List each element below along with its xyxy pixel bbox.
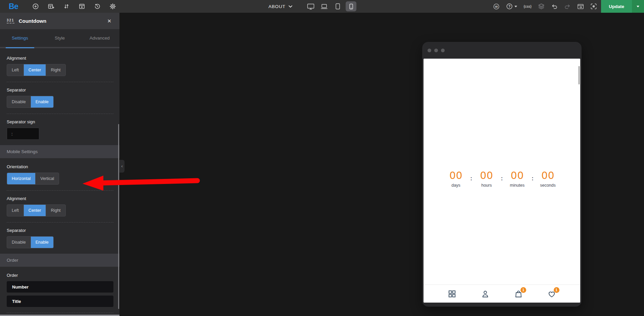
countdown-minutes-unit: 00 minutes (506, 171, 528, 188)
mobile-alignment-center-button[interactable]: Center (24, 205, 46, 216)
divider (7, 190, 113, 191)
svg-text:W: W (495, 5, 498, 8)
cart-badge: 1 (521, 287, 526, 293)
section-import-icon[interactable] (79, 3, 85, 10)
hours-value: 00 (476, 171, 497, 181)
separator-sign-input[interactable] (7, 128, 39, 140)
orientation-vertical-button[interactable]: Vertical (36, 173, 59, 184)
mobile-separator-enable-button[interactable]: Enable (31, 237, 53, 248)
panel-body: Alignment Left Center Right Separator Di… (0, 50, 119, 316)
divider (7, 222, 113, 223)
panel-header: 321 Countdown ✕ (0, 13, 119, 29)
tab-advanced[interactable]: Advanced (80, 29, 119, 47)
seconds-value: 00 (537, 171, 558, 181)
panel-title: Countdown (19, 18, 106, 24)
panel-collapse-button[interactable]: ‹ (119, 160, 125, 173)
panel-scrollbar[interactable] (118, 124, 119, 309)
countdown-seconds-unit: 00 seconds (537, 171, 558, 188)
countdown-widget[interactable]: 00 days : 00 hours : 00 minutes : (445, 171, 559, 188)
order-item-title[interactable]: Title (7, 296, 113, 307)
nav-wishlist-icon[interactable]: 1 (547, 290, 556, 298)
days-value: 00 (445, 171, 467, 181)
preview-icon[interactable] (590, 3, 597, 10)
countdown-element-icon: 321 (7, 18, 14, 23)
page-selector-label: ABOUT (268, 4, 286, 9)
undo-icon[interactable] (551, 3, 558, 10)
page-selector[interactable]: ABOUT (268, 0, 292, 13)
device-tablet-icon[interactable] (332, 1, 343, 11)
phone-frame-top (422, 42, 582, 59)
help-menu[interactable]: ? (506, 3, 517, 10)
close-icon[interactable]: ✕ (106, 17, 113, 25)
separator-enable-button[interactable]: Enable (31, 96, 53, 108)
wordpress-icon[interactable]: W (493, 3, 500, 10)
update-options-button[interactable] (632, 0, 644, 13)
orientation-label: Orientation (7, 164, 113, 169)
phone-screen: 00 days : 00 hours : 00 minutes : (424, 59, 580, 303)
builder-tools (32, 0, 116, 13)
nav-account-icon[interactable] (481, 290, 490, 298)
minutes-value: 00 (506, 171, 528, 181)
redo-icon[interactable] (564, 3, 571, 10)
mobile-separator-disable-button[interactable]: Disable (7, 237, 31, 248)
top-toolbar: Be (0, 0, 644, 13)
frame-dot-icon (441, 49, 445, 52)
panel-bottom-strip (0, 315, 119, 316)
betheme-logo[interactable]: Be (9, 0, 18, 13)
update-split-button: Update (601, 0, 644, 13)
nav-shop-grid-icon[interactable] (448, 290, 456, 298)
device-mobile-icon[interactable] (346, 1, 356, 11)
separator-button-group: Disable Enable (7, 96, 54, 108)
tab-settings[interactable]: Settings (0, 29, 40, 47)
order-item-number[interactable]: Number (7, 281, 113, 293)
revisions-history-icon[interactable] (94, 3, 101, 10)
mobile-preview-frame: 00 days : 00 hours : 00 minutes : (422, 42, 582, 307)
alignment-center-button[interactable]: Center (24, 64, 46, 76)
alignment-label: Alignment (7, 56, 113, 61)
divider (7, 313, 113, 313)
open-frontend-icon[interactable] (577, 3, 584, 10)
frame-dot-icon (428, 49, 431, 52)
order-label: Order (7, 273, 113, 278)
order-section-header: Order (0, 254, 119, 267)
mobile-settings-section-header: Mobile Settings (0, 145, 119, 158)
builder-settings-gear-icon[interactable] (109, 3, 116, 10)
minutes-label: minutes (506, 183, 528, 188)
mobile-alignment-button-group: Left Center Right (7, 204, 66, 216)
update-button[interactable]: Update (601, 0, 632, 13)
page-content-area[interactable]: 00 days : 00 hours : 00 minutes : (424, 59, 580, 285)
reorder-sections-icon[interactable] (63, 3, 70, 10)
mobile-separator-button-group: Disable Enable (7, 236, 54, 248)
countdown-days-unit: 00 days (445, 171, 467, 188)
seconds-label: seconds (537, 183, 558, 188)
days-label: days (445, 183, 467, 188)
hours-label: hours (476, 183, 497, 188)
help-caret-icon (514, 6, 517, 7)
page-scrollbar[interactable] (579, 66, 580, 84)
mobile-alignment-left-button[interactable]: Left (7, 205, 24, 216)
frame-dot-icon (434, 49, 438, 52)
layers-icon[interactable] (538, 3, 545, 10)
separator-label: Separator (7, 87, 113, 92)
mobile-alignment-right-button[interactable]: Right (46, 205, 65, 216)
separator-sign-label: Separator sign (7, 119, 113, 124)
divider (7, 82, 113, 82)
update-caret-icon (637, 6, 639, 7)
tab-style[interactable]: Style (40, 29, 80, 47)
mobile-separator-label: Separator (7, 228, 113, 233)
device-laptop-icon[interactable] (319, 1, 330, 11)
responsive-device-switcher (305, 0, 356, 13)
wishlist-badge: 1 (554, 287, 559, 293)
panel-tabs: Settings Style Advanced (0, 29, 119, 48)
orientation-horizontal-button[interactable]: Horizontal (7, 173, 36, 184)
layout-grid-icon[interactable] (48, 3, 54, 10)
separator-disable-button[interactable]: Disable (7, 96, 31, 108)
device-desktop-icon[interactable] (305, 1, 316, 11)
mobile-alignment-label: Alignment (7, 196, 113, 201)
nav-cart-icon[interactable]: 1 (514, 290, 523, 298)
add-element-icon[interactable] (32, 3, 39, 10)
help-icon: ? (506, 3, 513, 10)
alignment-right-button[interactable]: Right (46, 64, 65, 76)
alignment-left-button[interactable]: Left (7, 64, 24, 76)
custom-css-icon[interactable]: {css} (524, 4, 532, 8)
